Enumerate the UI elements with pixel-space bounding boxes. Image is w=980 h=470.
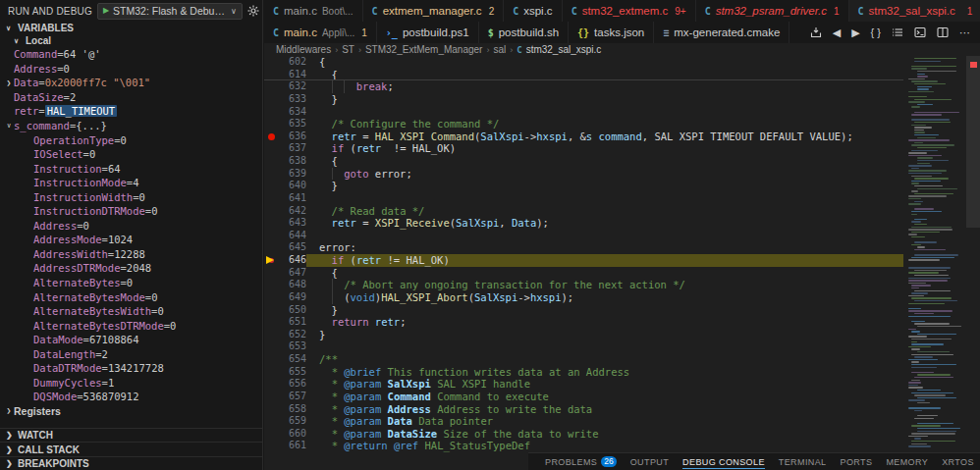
code-line[interactable]: 653: [264, 340, 903, 353]
chevron-right-icon[interactable]: ❯: [4, 406, 14, 415]
tab-postbuild.ps1[interactable]: ›_postbuild.ps1: [377, 22, 479, 43]
current-line-gutter[interactable]: [264, 254, 280, 267]
minimap[interactable]: [905, 56, 966, 452]
code-line[interactable]: 657 * @param Command Command to execute: [264, 391, 903, 403]
breadcrumb[interactable]: Middlewares›ST›STM32_ExtMem_Manager›sal›…: [264, 43, 980, 56]
sidebar-section-breakpoints[interactable]: ❯BREAKPOINTS: [0, 456, 262, 470]
open-terminal-icon[interactable]: [914, 26, 926, 38]
variable-row[interactable]: InstructionDTRMode = 0: [0, 204, 262, 219]
tab-postbuild.sh[interactable]: $postbuild.sh: [479, 22, 569, 43]
breakpoint-icon[interactable]: [268, 133, 275, 140]
variable-row[interactable]: ❯Registers: [0, 404, 262, 419]
tab-extmem_manager.c[interactable]: Cextmem_manager.c2: [363, 0, 505, 22]
variable-row[interactable]: Address = 0: [0, 219, 262, 234]
code-line[interactable]: 655 * @brief This function writes data a…: [264, 366, 903, 379]
variable-row[interactable]: AlternateBytesWidth = 0: [0, 304, 262, 319]
code-line[interactable]: 636retr = HAL_XSPI_Command(SalXspi->hxsp…: [264, 131, 903, 143]
sidebar-section-call-stack[interactable]: ❯CALL STACK: [0, 442, 262, 455]
tab-stm32_psram_driver.c[interactable]: Cstm32_psram_driver.c1: [696, 0, 849, 22]
start-debugging-icon[interactable]: ▶: [103, 7, 109, 15]
code-line[interactable]: 638{: [264, 155, 903, 168]
code-line[interactable]: 637if (retr != HAL_OK): [264, 142, 903, 155]
variable-row[interactable]: DataLength = 2: [0, 346, 262, 361]
variable-row[interactable]: AlternateBytesMode = 0: [0, 289, 262, 304]
tab-xspi.c[interactable]: Cxspi.c: [504, 0, 562, 22]
sticky-line[interactable]: 602{: [264, 56, 903, 69]
code-line[interactable]: 661 * @return @ref HAL_StatusTypeDef: [264, 440, 903, 452]
panel-tab-debug-console[interactable]: DEBUG CONSOLE: [676, 453, 772, 470]
variable-row[interactable]: Instruction = 64: [0, 161, 262, 176]
variable-row[interactable]: AlternateBytes = 0: [0, 276, 262, 290]
variable-row[interactable]: ❯Data = 0x2000ff7c "\001": [0, 76, 262, 90]
code-line[interactable]: 658 * @param Address Address to write th…: [264, 403, 903, 416]
breadcrumb-file[interactable]: stm32_sal_xspi.c: [526, 44, 602, 55]
variable-row[interactable]: InstructionWidth = 0: [0, 189, 262, 204]
code-line[interactable]: 650}: [264, 304, 903, 317]
open-changes-icon[interactable]: [810, 26, 822, 38]
code-line[interactable]: 652}: [264, 329, 903, 341]
variable-row[interactable]: AddressMode = 1024: [0, 233, 262, 247]
code-line[interactable]: 651return retr;: [264, 316, 903, 329]
chevron-down-icon[interactable]: ∨: [4, 122, 14, 130]
outline-icon[interactable]: [892, 26, 903, 38]
code-line[interactable]: 640}: [264, 180, 903, 192]
nav-back-icon[interactable]: ◀: [833, 27, 841, 38]
panel-tab-output[interactable]: OUTPUT: [624, 453, 676, 470]
breadcrumb-item[interactable]: STM32_ExtMem_Manager: [365, 44, 483, 55]
code-line[interactable]: 644: [264, 230, 903, 242]
scrollbar-thumb[interactable]: [966, 56, 980, 228]
breadcrumb-item[interactable]: sal: [493, 44, 506, 55]
tab-main.c[interactable]: Cmain.cAppli\...1: [264, 22, 377, 43]
variable-row[interactable]: IOSelect = 0: [0, 147, 262, 162]
code-line[interactable]: 641: [264, 192, 903, 205]
more-actions-icon[interactable]: ⋯: [959, 27, 970, 38]
code-editor[interactable]: 602{614{632break;633}634635/* Configure …: [264, 56, 980, 452]
scope-local-header[interactable]: ∨ Local: [0, 34, 262, 47]
variable-row[interactable]: DataSize = 2: [0, 90, 262, 105]
tab-stm32_extmem.c[interactable]: Cstm32_extmem.c9+: [563, 0, 696, 22]
code-line[interactable]: 648/* Abort any ongoing transaction for …: [264, 279, 903, 291]
variable-row[interactable]: retr = HAL_TIMEOUT: [0, 104, 262, 119]
panel-tab-terminal[interactable]: TERMINAL: [772, 453, 834, 470]
code-line[interactable]: 654/**: [264, 353, 903, 366]
tab-tasks.json[interactable]: {}tasks.json: [569, 22, 654, 43]
debug-config-dropdown[interactable]: ▶ STM32: Flash & Debug (B... ∨: [97, 3, 243, 20]
sidebar-section-watch[interactable]: ❯WATCH: [0, 428, 262, 442]
code-line[interactable]: 639goto error;: [264, 168, 903, 181]
editor-scrollbar[interactable]: [966, 56, 980, 452]
variable-row[interactable]: DataDTRMode = 134217728: [0, 361, 262, 376]
code-line[interactable]: 634: [264, 106, 903, 119]
braces-icon[interactable]: { }: [871, 27, 881, 38]
code-line[interactable]: 646if (retr != HAL_OK): [264, 254, 903, 267]
code-line[interactable]: 659 * @param Data Data pointer: [264, 415, 903, 428]
code-line[interactable]: 633}: [264, 93, 903, 106]
code-line[interactable]: 649(void)HAL_XSPI_Abort(SalXspi->hxspi);: [264, 291, 903, 304]
variable-row[interactable]: ∨s_command = {...}: [0, 119, 262, 133]
breadcrumb-item[interactable]: Middlewares: [276, 44, 331, 55]
code-line[interactable]: 647{: [264, 267, 903, 280]
panel-tab-memory[interactable]: MEMORY: [879, 453, 935, 470]
code-line[interactable]: 656 * @param SalXspi SAL XSPI handle: [264, 378, 903, 391]
tab-mx-generated.cmake[interactable]: ≡mx-generated.cmake: [654, 22, 789, 43]
variable-row[interactable]: AddressDTRMode = 2048: [0, 261, 262, 276]
variable-row[interactable]: Address = 0: [0, 62, 262, 77]
chevron-right-icon[interactable]: ❯: [4, 78, 14, 87]
code-line[interactable]: 632break;: [264, 80, 903, 93]
code-line[interactable]: 660 * @param DataSize Size of the data t…: [264, 428, 903, 441]
variable-row[interactable]: DummyCycles = 1: [0, 376, 262, 391]
variable-row[interactable]: AlternateBytesDTRMode = 0: [0, 318, 262, 333]
panel-tab-xrtos[interactable]: XRTOS: [935, 453, 980, 470]
variable-row[interactable]: DQSMode = 536870912: [0, 390, 262, 404]
breadcrumb-item[interactable]: ST: [342, 44, 354, 55]
split-editor-icon[interactable]: [937, 26, 949, 38]
panel-tab-problems[interactable]: PROBLEMS26: [538, 453, 624, 470]
code-line[interactable]: 642/* Read data */: [264, 205, 903, 218]
code-line[interactable]: 643retr = XSPI_Receive(SalXspi, Data);: [264, 217, 903, 230]
code-line[interactable]: 635/* Configure the command */: [264, 118, 903, 131]
variable-row[interactable]: OperationType = 0: [0, 132, 262, 147]
variables-section-header[interactable]: ∨ VARIABLES: [0, 22, 262, 34]
nav-forward-icon[interactable]: ▶: [851, 27, 859, 38]
variable-row[interactable]: Command = 64 '@': [0, 47, 262, 62]
gear-icon[interactable]: [247, 5, 259, 17]
tab-main.c[interactable]: Cmain.cBoot\...: [264, 0, 363, 22]
